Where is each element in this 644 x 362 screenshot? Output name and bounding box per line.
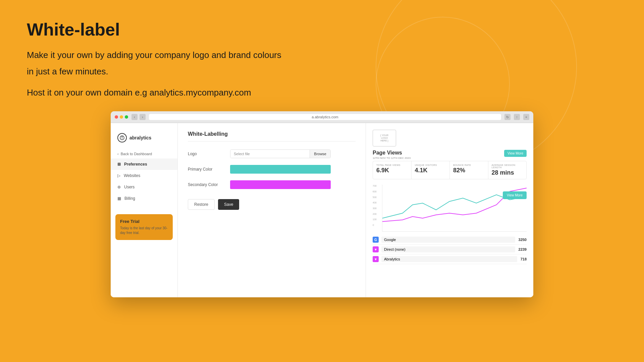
- browser-dots: [115, 115, 128, 119]
- restore-button[interactable]: Restore: [188, 199, 215, 210]
- traffic-row-google: G Google 3250: [373, 235, 527, 245]
- users-label: Users: [124, 185, 135, 189]
- logo-placeholder-text: { YOURLOGOHERE }: [380, 134, 388, 142]
- save-button[interactable]: Save: [218, 199, 239, 210]
- y-label-100: 100: [373, 218, 377, 221]
- dot-green[interactable]: [125, 115, 128, 119]
- stat-value-2: 82%: [453, 167, 485, 174]
- page-views-title: Page Views: [373, 150, 411, 156]
- direct-name: Direct (none): [381, 246, 515, 252]
- y-label-200: 200: [373, 213, 377, 215]
- stat-total-page-views: TOTAL PAGE VIEWS 6.9K: [373, 161, 412, 179]
- y-label-0: 0: [373, 224, 377, 226]
- traffic-row-abralytics: ▼ Abralytics 718: [373, 254, 527, 264]
- websites-icon: ▷: [117, 173, 120, 178]
- sidebar-item-users[interactable]: ⊛ Users: [111, 181, 177, 193]
- logo-placeholder: { YOURLOGOHERE }: [373, 130, 396, 146]
- google-icon: G: [373, 237, 379, 243]
- users-icon: ⊛: [117, 185, 121, 189]
- billing-label: Billing: [124, 196, 135, 201]
- free-trial-description: Today is the last day of your 30-day fre…: [120, 226, 168, 235]
- logo-label: Logo: [188, 152, 225, 156]
- back-arrow-icon: ‹: [117, 152, 119, 156]
- logo-form-row: Logo Select file Browse: [188, 149, 356, 158]
- stat-unique-visitors: UNIQUE VISITORS 4.1K: [412, 161, 450, 179]
- stat-bounce-rate: BOUNCE RATE 82%: [450, 161, 488, 179]
- chart-y-labels: 700 600 500 400 300 200 100 0: [373, 185, 377, 232]
- page-views-date: 12TH NOV TO 12TH DEC 2023: [373, 157, 411, 160]
- y-label-700: 700: [373, 185, 377, 187]
- y-label-300: 300: [373, 207, 377, 209]
- y-label-500: 500: [373, 196, 377, 198]
- secondary-color-bar[interactable]: [230, 180, 331, 189]
- google-count: 3250: [519, 238, 527, 242]
- primary-color-label: Primary Color: [188, 167, 225, 172]
- browser-forward-btn[interactable]: ›: [140, 114, 146, 120]
- chart-canvas: View More: [382, 185, 527, 232]
- traffic-row-direct: ▼ Direct (none) 2239: [373, 245, 527, 254]
- stat-label-3: AVERAGE SESSION LENGTH: [492, 164, 523, 169]
- secondary-color-label: Secondary Color: [188, 182, 225, 187]
- chart-area: 700 600 500 400 300 200 100 0: [373, 185, 527, 232]
- browse-button[interactable]: Browse: [310, 150, 330, 158]
- billing-icon: ▦: [117, 196, 121, 201]
- stat-label-0: TOTAL PAGE VIEWS: [376, 164, 408, 166]
- abralytics-icon: ▼: [373, 256, 379, 262]
- primary-color-row: Primary Color: [188, 165, 356, 174]
- view-more-button-2[interactable]: View More: [503, 191, 527, 199]
- direct-icon: ▼: [373, 246, 379, 252]
- browser-share-btn[interactable]: ↑: [514, 114, 520, 120]
- abralytics-count: 718: [521, 257, 527, 261]
- subtext-line1: Make it your own by adding your company …: [27, 49, 617, 62]
- view-more-button[interactable]: View More: [504, 150, 527, 157]
- sidebar-logo: abralytics: [111, 130, 177, 149]
- back-label: Back to Dashboard: [121, 152, 152, 156]
- sidebar-logo-text: abralytics: [129, 135, 151, 140]
- chart-svg: [382, 185, 527, 223]
- file-input[interactable]: Select file Browse: [230, 149, 331, 158]
- sidebar-item-preferences[interactable]: ⊞ Preferences: [111, 159, 177, 170]
- websites-label: Websites: [124, 173, 140, 178]
- free-trial-box: Free Trial Today is the last day of your…: [115, 214, 173, 240]
- action-buttons: Restore Save: [188, 199, 356, 210]
- browser-window: ‹ › a.abralytics.com ↻ ↑ + abraly: [111, 111, 533, 297]
- stat-value-1: 4.1K: [415, 167, 446, 174]
- sidebar-item-billing[interactable]: ▦ Billing: [111, 193, 177, 204]
- page-views-header: Page Views 12TH NOV TO 12TH DEC 2023 Vie…: [373, 150, 527, 160]
- sidebar-item-websites[interactable]: ▷ Websites: [111, 170, 177, 181]
- dot-yellow[interactable]: [120, 115, 123, 119]
- section-title: White-Labelling: [188, 131, 356, 141]
- abralytics-name: Abralytics: [381, 256, 517, 262]
- stats-row: TOTAL PAGE VIEWS 6.9K UNIQUE VISITORS 4.…: [373, 161, 527, 179]
- y-label-600: 600: [373, 190, 377, 193]
- file-input-placeholder: Select file: [230, 150, 310, 158]
- subtext-line2: in just a few minutes.: [27, 65, 617, 78]
- free-trial-title: Free Trial: [120, 219, 168, 224]
- stat-label-2: BOUNCE RATE: [453, 164, 485, 166]
- browser-controls: ‹ ›: [131, 114, 146, 120]
- preferences-label: Preferences: [124, 162, 147, 167]
- browser-back-btn[interactable]: ‹: [131, 114, 138, 120]
- stat-avg-session: AVERAGE SESSION LENGTH 28 mins: [488, 161, 527, 179]
- browser-bar: ‹ › a.abralytics.com ↻ ↑ +: [111, 111, 533, 123]
- logo-icon: [117, 133, 127, 142]
- browser-body: abralytics ‹ Back to Dashboard ⊞ Prefere…: [111, 123, 533, 297]
- dot-red[interactable]: [115, 115, 118, 119]
- traffic-sources: G Google 3250 ▼ Direct (none) 2239 ▼ Abr…: [373, 235, 527, 264]
- primary-color-bar[interactable]: [230, 165, 331, 174]
- main-content: White-Labelling Logo Select file Browse …: [178, 123, 366, 297]
- address-bar[interactable]: a.abralytics.com: [149, 114, 501, 120]
- y-label-400: 400: [373, 201, 377, 204]
- stat-label-1: UNIQUE VISITORS: [415, 164, 446, 166]
- domain-text: Host it on your own domain e.g analytics…: [27, 87, 617, 98]
- headline: White-label: [27, 20, 617, 39]
- preferences-icon: ⊞: [117, 162, 121, 167]
- browser-add-btn[interactable]: +: [523, 114, 529, 120]
- sidebar-back-button[interactable]: ‹ Back to Dashboard: [111, 149, 177, 159]
- google-name: Google: [381, 237, 515, 243]
- browser-refresh-btn[interactable]: ↻: [504, 114, 511, 120]
- sidebar: abralytics ‹ Back to Dashboard ⊞ Prefere…: [111, 123, 178, 297]
- preview-panel: { YOURLOGOHERE } Page Views 12TH NOV TO …: [366, 123, 533, 297]
- secondary-color-row: Secondary Color: [188, 180, 356, 189]
- stat-value-0: 6.9K: [376, 167, 408, 174]
